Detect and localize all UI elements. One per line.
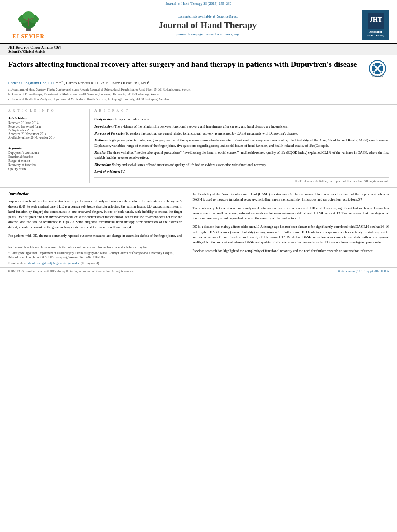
journal-header-center: Contents lists available at ScienceDirec… xyxy=(57,14,358,36)
study-design-text: Prospective cohort study. xyxy=(115,117,150,121)
abstract-level: Level of evidence: IV. xyxy=(94,169,389,174)
abstract-results: Results: The three variables "need to ta… xyxy=(94,150,389,160)
article-meta-bar: JHT Read for Credit Article #364. Scient… xyxy=(0,44,397,55)
abstract-heading: A B S T R A C T xyxy=(94,109,389,114)
email-suffix: (C. Engstrand). xyxy=(81,261,100,265)
level-label: Level of evidence: xyxy=(94,170,120,174)
journal-header: ELSEVIER Contents lists available at Sci… xyxy=(0,7,397,44)
jht-logo-text: Journal of Hand Therapy xyxy=(364,30,387,38)
footnote-email: E-mail address: christina.engstrand@regi… xyxy=(8,261,182,265)
body-right-column: the Disability of the Arm, Shoulder and … xyxy=(187,192,389,267)
footnote-2: * Corresponding author. Department of Ha… xyxy=(8,251,182,260)
issn-line: 0894-1130/$ – see front matter © 2015 Ha… xyxy=(8,269,135,273)
email-address: christina.engstrand@regionostergotland.s… xyxy=(28,261,80,265)
article-info-heading: A R T I C L E I N F O xyxy=(8,109,84,114)
bottom-bar: 0894-1130/$ – see front matter © 2015 Ha… xyxy=(0,267,397,275)
available-online-date: Available online 29 November 2014 xyxy=(8,136,84,139)
journal-title: Journal of Hand Therapy xyxy=(57,20,358,31)
body-text: Introduction Impairment in hand function… xyxy=(0,188,397,267)
article-header: Factors affecting functional recovery af… xyxy=(0,55,397,105)
keyword-3: Range of motion xyxy=(8,159,84,163)
intro-text: The evidence of the relationship between… xyxy=(114,124,288,128)
discussion-label: Discussion: xyxy=(94,163,111,167)
keyword-2: Emotional function xyxy=(8,155,84,159)
author1-name: Christina Engstrand BSc, ROT xyxy=(8,81,56,85)
revised-date: 22 September 2014 xyxy=(8,128,84,132)
abstract-discussion: Discussion: Safety and social issues of … xyxy=(94,162,389,167)
keyword-4: Recovery of function xyxy=(8,163,84,167)
elsevier-tree-icon xyxy=(14,10,43,33)
results-text: The three variables "need to take specia… xyxy=(94,150,389,159)
abstract-intro: Introduction: The evidence of the relati… xyxy=(94,124,389,129)
methods-text: Eighty-one patients undergoing surgery a… xyxy=(94,138,389,147)
top-bar: Journal of Hand Therapy 28 (2015) 255–26… xyxy=(0,0,397,7)
affiliations: a Department of Hand Surgery, Plastic Su… xyxy=(8,87,389,102)
journal-homepage: journal homepage: www.jhandtherapy.org xyxy=(57,32,358,36)
abstract-methods: Methods: Eighty-one patients undergoing … xyxy=(94,138,389,148)
keyword-1: Dupuytren's contracture xyxy=(8,151,84,155)
keywords-label: Keywords: xyxy=(8,146,84,150)
journal-ref: Journal of Hand Therapy 28 (2015) 255–26… xyxy=(166,2,231,6)
purpose-text: To explore factors that were most relate… xyxy=(125,131,298,135)
study-design-label: Study design: xyxy=(94,117,114,121)
article-title: Factors affecting functional recovery af… xyxy=(8,60,364,70)
affiliation-c: c Division of Health Care Analysis, Depa… xyxy=(8,97,389,102)
article-history-group: Article history: Received 29 June 2014 R… xyxy=(8,117,84,139)
author3-sup: b xyxy=(148,80,149,84)
body-para-right-4: Previous research has highlighted the co… xyxy=(192,248,389,254)
info-abstract-section: A R T I C L E I N F O Article history: R… xyxy=(0,105,397,188)
jht-logo-box: JHT Journal of Hand Therapy xyxy=(362,10,389,40)
intro-label: Introduction: xyxy=(94,124,114,128)
body-para-right-2: The relationship between these commonly … xyxy=(192,205,389,221)
body-para-right-3: DD is a disease that mainly affects olde… xyxy=(192,224,389,245)
introduction-title: Introduction xyxy=(8,192,182,196)
doi-link: http://dx.doi.org/10.1016/j.jht.2014.11.… xyxy=(337,269,389,273)
abstract-column: A B S T R A C T Study design: Prospectiv… xyxy=(94,109,389,183)
body-para-1: Impairment in hand function and restrict… xyxy=(8,199,182,230)
level-text: IV. xyxy=(121,170,125,174)
elsevier-brand-label: ELSEVIER xyxy=(13,33,45,40)
science-direct-link: Contents lists available at ScienceDirec… xyxy=(57,14,358,18)
credit-line: JHT Read for Credit Article #364. xyxy=(8,45,389,49)
elsevier-logo: ELSEVIER xyxy=(8,10,49,40)
footnote-1: No financial benefits have been provided… xyxy=(8,245,182,249)
purpose-label: Purpose of the study: xyxy=(94,131,125,135)
abstract-study-design: Study design: Prospective cohort study. xyxy=(94,117,389,121)
author2-name: , Barbro Krevers ROT, PhD xyxy=(64,81,107,85)
keywords-list: Dupuytren's contracture Emotional functi… xyxy=(8,151,84,171)
author2-sup: c xyxy=(107,80,108,84)
article-info-column: A R T I C L E I N F O Article history: R… xyxy=(8,109,90,183)
author3-name: , Joanna Kvist RPT, PhD xyxy=(110,81,148,85)
affiliation-a: a Department of Hand Surgery, Plastic Su… xyxy=(8,87,389,92)
crossmark: CrossMark xyxy=(368,60,389,78)
discussion-text: Safety and social issues of hand functio… xyxy=(112,163,267,167)
authors-line: Christina Engstrand BSc, ROTa, b, * , Ba… xyxy=(8,80,389,85)
accepted-date: Accepted 21 November 2014 xyxy=(8,132,84,136)
body-left-column: Introduction Impairment in hand function… xyxy=(8,192,187,267)
methods-label: Methods: xyxy=(94,138,108,142)
jht-logo-icon: JHT xyxy=(368,13,384,29)
homepage-url: www.jhandtherapy.org xyxy=(206,32,239,36)
author1-sup: a, b, * xyxy=(56,80,63,84)
email-label: E-mail address: xyxy=(8,261,27,265)
abstract-purpose: Purpose of the study: To explore factors… xyxy=(94,131,389,136)
body-para-right-1: the Disability of the Arm, Shoulder and … xyxy=(192,192,389,202)
article-type: Scientific/Clinical Article xyxy=(8,49,389,53)
results-label: Results: xyxy=(94,150,106,155)
keyword-5: Quality of life xyxy=(8,167,84,171)
affiliation-b: b Division of Physiotherapy, Department … xyxy=(8,92,389,97)
footnote-area: No financial benefits have been provided… xyxy=(8,243,182,266)
svg-text:CrossMark: CrossMark xyxy=(372,75,383,77)
copyright-line: © 2015 Hanley & Belfus, an imprint of El… xyxy=(94,177,389,183)
history-label: Article history: xyxy=(8,117,84,120)
body-para-2: For patients with DD, the most commonly … xyxy=(8,233,182,238)
keywords-group: Keywords: Dupuytren's contracture Emotio… xyxy=(8,143,84,171)
svg-text:JHT: JHT xyxy=(369,16,382,23)
crossmark-icon: CrossMark xyxy=(368,60,387,78)
sciencedirect-label: ScienceDirect xyxy=(217,14,238,18)
received-revised-label: Received in revised form xyxy=(8,125,84,128)
received-date: Received 29 June 2014 xyxy=(8,121,84,125)
